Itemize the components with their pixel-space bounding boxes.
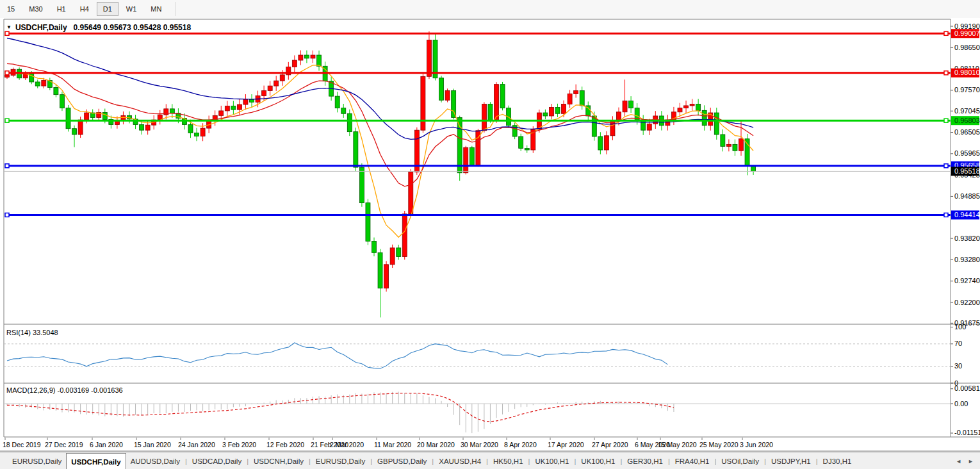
rsi-tick-label: 70 [954,340,962,347]
chart-tab-bar: EURUSD,DailyUSDCHF,DailyAUDUSD,Daily|USD… [0,452,980,469]
date-tick-label: 30 Mar 2020 [461,441,498,448]
line-handle[interactable] [5,119,9,122]
price-tick-label: 0.96505 [954,128,980,136]
date-tick-label: 24 Jan 2020 [178,441,215,448]
svg-text:0.96803: 0.96803 [954,117,980,124]
chart-title: ▼USDCHF,Daily0.95649 0.95673 0.95428 0.9… [6,23,191,32]
price-tick-label: 0.93280 [954,256,980,263]
date-tick-label: 11 Mar 2020 [374,441,411,448]
line-handle[interactable] [5,71,9,75]
rsi-indicator-label: RSI(14) 33.5048 [6,329,58,336]
fast-ma-line [7,65,753,238]
chart-canvas[interactable]: 0.991900.986500.981100.975700.970450.965… [0,18,980,452]
timeframe-button-h1[interactable]: H1 [51,2,72,16]
rsi-tick-label: 100 [954,323,966,331]
date-tick-label: 17 Apr 2020 [548,441,584,448]
price-tick-label: 0.94885 [954,192,980,200]
line-handle[interactable] [5,213,9,217]
tab-scroll-arrows[interactable]: ◄► [956,452,980,469]
rsi-panel [4,343,951,368]
price-scale[interactable]: 0.991900.986500.981100.975700.970450.965… [951,22,980,437]
date-tick-label: 15 Jan 2020 [134,441,171,448]
price-tick-label: 0.97045 [954,107,980,115]
timeframe-button-h4[interactable]: H4 [74,2,95,16]
chart-tab-usoil[interactable]: USOil,Daily [717,452,764,469]
date-tick-label: 12 Feb 2020 [266,441,304,448]
chart-tab-gbpusd[interactable]: GBPUSD,Daily [373,452,431,469]
macd-tick-label: -0.01151 [954,429,980,436]
price-badge-0.98010: 0.98010 [951,69,980,78]
svg-text:0.98010: 0.98010 [954,69,980,76]
macd-panel [4,391,951,433]
date-tick-label: 6 Jan 2020 [90,441,123,448]
horizontal-line-0.94414[interactable] [5,213,951,217]
tab-scroll-right-icon[interactable]: ► [968,458,974,465]
timeframe-button-15[interactable]: 15 [1,2,21,16]
line-handle[interactable] [944,119,948,122]
macd-signal-line [7,393,674,422]
chart-tab-dj30[interactable]: DJ30,H1 [819,452,856,469]
line-handle[interactable] [944,31,948,35]
timeframe-button-mn[interactable]: MN [144,2,168,16]
chart-tab-uk100[interactable]: UK100,H1 [576,452,619,469]
price-tick-label: 0.95965 [954,149,980,157]
chart-tab-usdjpy[interactable]: USDJPY,H1 [767,452,815,469]
chart-symbol-period: USDCHF,Daily [15,23,67,32]
rsi-tick-label: 30 [954,362,962,370]
tabbar-spacer [0,452,8,469]
line-handle[interactable] [944,71,948,75]
chart-tab-usdchf-active[interactable]: USDCHF,Daily [66,453,126,469]
date-scale[interactable]: 18 Dec 201927 Dec 20196 Jan 202015 Jan 2… [3,438,773,448]
price-badge-0.95518: 0.95518 [951,167,980,176]
chart-tab-uk100[interactable]: UK100,H1 [530,452,573,469]
svg-text:0.95518: 0.95518 [954,167,980,175]
chart-tab-fra40[interactable]: FRA40,H1 [671,452,714,469]
chart-tab-eurusd[interactable]: EURUSD,Daily [8,452,66,469]
price-badge-0.99007: 0.99007 [951,29,980,38]
chart-tab-eurusd[interactable]: EURUSD,Daily [311,452,370,469]
line-handle[interactable] [5,164,9,168]
panel-borders [0,19,980,451]
chart-tab-ger30[interactable]: GER30,H1 [623,452,667,469]
price-tick-label: 0.99190 [954,22,980,30]
price-badge-0.94414: 0.94414 [951,210,980,219]
timeframe-button-w1[interactable]: W1 [120,2,143,16]
price-tick-label: 0.92740 [954,277,980,284]
mt4-trading-app: 15M30H1H4D1W1MN 0.991900.986500.981100.9… [0,0,980,469]
date-tick-label: 3 Jun 2020 [740,441,773,448]
svg-text:0.94414: 0.94414 [954,211,980,218]
date-tick-label: 27 Apr 2020 [592,441,628,448]
chart-tab-usdcad[interactable]: USDCAD,Daily [188,452,246,469]
macd-tick-label: 0.005818 [954,384,980,392]
price-tick-label: 0.93820 [954,234,980,242]
tab-scroll-left-icon[interactable]: ◄ [956,458,961,465]
timeframe-toolbar: 15M30H1H4D1W1MN [0,0,980,19]
macd-indicator-label: MACD(12,26,9) -0.003169 -0.001636 [6,386,123,394]
price-tick-label: 0.97570 [954,86,980,94]
line-handle[interactable] [944,164,948,168]
chart-window: 0.991900.986500.981100.975700.970450.965… [0,18,980,452]
line-handle[interactable] [944,213,948,217]
chart-tab-usdcnh[interactable]: USDCNH,Daily [249,452,308,469]
date-tick-label: 8 Apr 2020 [504,441,537,448]
chart-tab-audusd[interactable]: AUDUSD,Daily [126,452,184,469]
price-tick-label: 0.92200 [954,299,980,306]
date-tick-label: 15 May 2020 [658,441,697,448]
price-panel [4,31,951,317]
horizontal-line-0.99007[interactable] [5,31,951,35]
timeframe-button-d1[interactable]: D1 [97,2,118,16]
timeframe-button-m30[interactable]: M30 [22,2,49,16]
rsi-line [7,343,667,368]
date-tick-label: 18 Dec 2019 [3,441,41,448]
date-tick-label: 25 May 2020 [699,441,739,448]
date-tick-label: 2 Mar 2020 [330,441,364,448]
horizontal-line-0.9801[interactable] [5,71,951,75]
line-handle[interactable] [5,31,9,35]
chart-tab-xauusd[interactable]: XAUUSD,H4 [434,452,486,469]
toolbar-separator [175,2,176,16]
svg-text:0.99007: 0.99007 [954,29,980,37]
horizontal-line-0.96803[interactable] [5,119,951,122]
chart-tab-hk50[interactable]: HK50,H1 [489,452,528,469]
date-tick-label: 20 Mar 2020 [417,441,455,448]
collapse-triangle-icon[interactable]: ▼ [6,24,12,30]
